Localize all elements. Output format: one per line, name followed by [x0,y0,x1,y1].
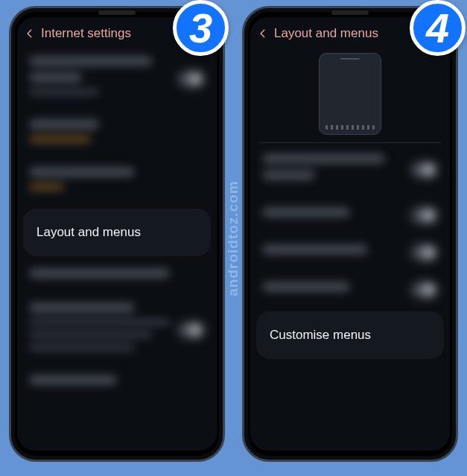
back-icon[interactable] [25,28,35,39]
list-item[interactable] [17,366,217,400]
layout-settings-list: Customise menus [250,47,450,451]
phone-screen-4: Layout and menus [250,17,450,451]
badge-number: 4 [426,7,449,49]
phone-step-3: Internet settings Lay [9,6,225,462]
phone-step-4: Layout and menus [242,6,458,462]
watermark-text: androidtoz.com [225,180,241,296]
toggle-icon[interactable] [411,208,436,223]
settings-list: Layout and menus [17,47,217,451]
list-item[interactable] [250,197,450,234]
step-badge-4: 4 [410,0,466,56]
customise-menus-item[interactable]: Customise menus [256,311,444,359]
header-title: Layout and menus [274,26,378,41]
phone-screen-3: Internet settings Lay [17,17,217,451]
toggle-icon[interactable] [411,282,436,297]
back-icon[interactable] [258,28,268,39]
toggle-icon[interactable] [178,72,203,86]
toggle-icon[interactable] [411,245,436,260]
earpiece [98,10,136,15]
options-group [250,143,450,308]
list-item[interactable] [17,158,217,206]
toggle-icon[interactable] [411,162,436,177]
badge-number: 3 [189,7,212,49]
list-item[interactable] [250,143,450,197]
list-item[interactable] [17,110,217,158]
list-item[interactable] [17,259,217,293]
list-item[interactable] [250,234,450,271]
toggle-icon[interactable] [178,323,203,337]
list-item[interactable] [250,271,450,308]
layout-preview-icon [319,53,381,135]
header-title: Internet settings [41,26,131,41]
layout-and-menus-item[interactable]: Layout and menus [23,209,211,256]
step-badge-3: 3 [173,0,229,56]
tutorial-stage: Internet settings Lay [0,0,467,476]
earpiece [331,10,369,15]
item-label: Customise menus [270,328,431,343]
item-label: Layout and menus [36,225,197,240]
list-item[interactable] [17,47,217,110]
list-item[interactable] [17,293,217,366]
